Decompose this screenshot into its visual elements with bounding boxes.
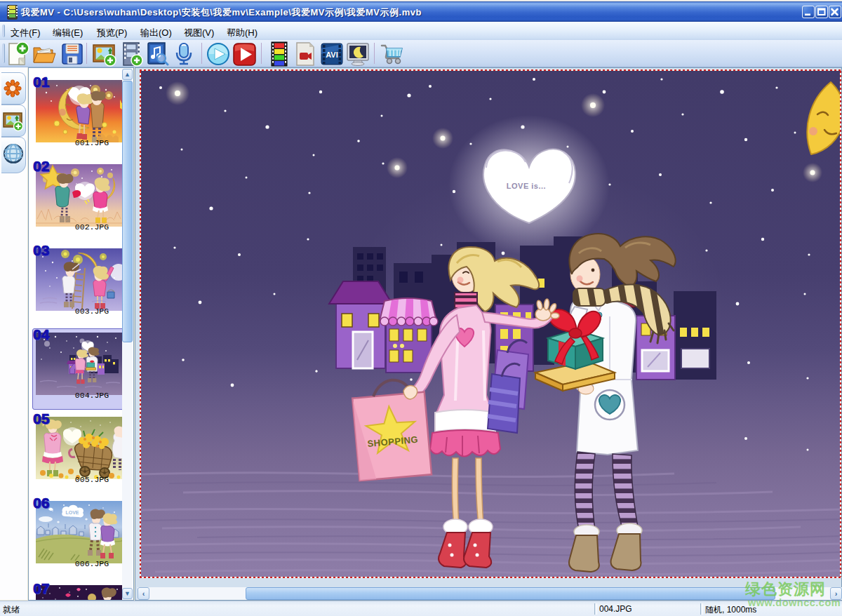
svg-text:LOVE: LOVE xyxy=(65,510,79,515)
svg-text:AVI: AVI xyxy=(326,51,338,59)
